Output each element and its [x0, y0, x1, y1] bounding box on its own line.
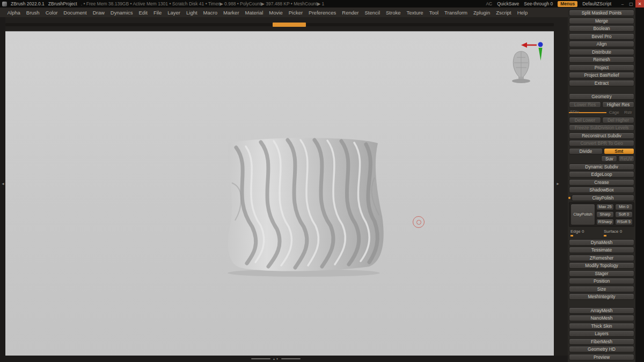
section-dynamesh[interactable]: DynaMesh — [569, 239, 634, 246]
default-zscript-button[interactable]: DefaultZScript — [582, 1, 611, 6]
toggle-smt[interactable]: Smt — [604, 148, 634, 154]
section-preview[interactable]: Preview — [569, 354, 634, 360]
slider-surface-thumb[interactable] — [604, 235, 606, 237]
menu-item-material[interactable]: Material — [242, 9, 266, 17]
project-name[interactable]: ZBrushProject — [48, 1, 77, 6]
bottom-scrollbar[interactable]: ▲▼ — [251, 357, 301, 360]
section-size[interactable]: Size — [569, 286, 634, 292]
document-canvas[interactable] — [5, 31, 554, 356]
menu-item-stroke[interactable]: Stroke — [383, 9, 404, 17]
button-del-lower[interactable]: Del Lower — [569, 117, 601, 123]
button-reconstruct-subdiv[interactable]: Reconstruct Subdiv — [569, 132, 634, 139]
menu-item-marker[interactable]: Marker — [221, 9, 243, 17]
slider-claypolish-min[interactable]: Min 0 — [615, 204, 633, 210]
button-del-higher[interactable]: Del Higher — [602, 117, 634, 123]
canvas-horizontal-scrollbar[interactable] — [5, 23, 554, 26]
minimize-button[interactable]: – — [618, 0, 627, 8]
toggle-reuv[interactable]: ReUV — [618, 156, 634, 162]
menu-item-zscript[interactable]: Zscript — [493, 9, 515, 17]
section-position[interactable]: Position — [569, 278, 634, 284]
quicksave-button[interactable]: QuickSave — [497, 1, 519, 6]
see-through-slider[interactable]: See-through 0 — [524, 1, 553, 6]
button-distribute[interactable]: Distribute — [569, 49, 634, 55]
section-nanomesh[interactable]: NanoMesh — [569, 315, 634, 321]
geometry-section-header[interactable]: Geometry — [569, 93, 634, 100]
menu-item-macro[interactable]: Macro — [200, 9, 220, 17]
section-edgeloop[interactable]: EdgeLoop — [569, 171, 634, 178]
close-button[interactable]: ✕ — [635, 0, 644, 8]
menu-item-draw[interactable]: Draw — [90, 9, 107, 17]
axis-gizmo[interactable] — [521, 40, 545, 62]
scrollbar-line-right[interactable] — [281, 358, 301, 359]
canvas-horizontal-scrollbar-thumb[interactable] — [273, 23, 306, 27]
section-tessimate[interactable]: Tessimate — [569, 247, 634, 253]
slider-claypolish-max[interactable]: Max 25 — [596, 204, 614, 210]
section-crease[interactable]: Crease — [569, 179, 634, 186]
menu-item-zplugin[interactable]: Zplugin — [471, 9, 493, 17]
button-divide[interactable]: Divide — [569, 148, 603, 154]
section-stager[interactable]: Stager — [569, 270, 634, 277]
menus-button[interactable]: Menus — [558, 1, 577, 7]
left-tray-handle-icon[interactable]: ◄ — [1, 182, 5, 186]
right-tray-handle-icon[interactable]: ► — [556, 182, 560, 186]
menu-item-transform[interactable]: Transform — [442, 9, 471, 17]
sdiv-slider[interactable]: SDiv — [569, 109, 606, 115]
menu-item-movie[interactable]: Movie — [266, 9, 286, 17]
button-lower-res[interactable]: Lower Res — [569, 101, 601, 108]
section-zremesher[interactable]: ZRemesher — [569, 255, 634, 261]
toggle-claypolish-sharp[interactable]: Sharp — [596, 211, 614, 218]
button-extract[interactable]: Extract — [569, 80, 634, 86]
menu-item-layer[interactable]: Layer — [165, 9, 184, 17]
slider-edge[interactable]: Edge 0 — [569, 228, 601, 238]
menu-item-alpha[interactable]: Alpha — [4, 9, 23, 17]
button-cage[interactable]: Cage — [608, 110, 620, 115]
slider-edge-thumb[interactable] — [570, 235, 573, 237]
menu-item-stencil[interactable]: Stencil — [362, 9, 383, 17]
section-layers[interactable]: Layers — [569, 330, 634, 337]
maximize-button[interactable]: ▢ — [627, 0, 635, 8]
button-higher-res[interactable]: Higher Res — [602, 101, 634, 108]
button-bevel-pro[interactable]: Bevel Pro — [569, 33, 634, 40]
button-convert-bpr-to-geo[interactable]: Convert BPR To Geo — [569, 140, 634, 146]
button-freeze-subdivision-levels[interactable]: Freeze SubDivision Levels — [569, 124, 634, 131]
slider-claypolish-rsoft[interactable]: RSoft 5 — [615, 219, 633, 225]
button-boolean[interactable]: Boolean — [569, 25, 634, 32]
button-remesh[interactable]: Remesh — [569, 56, 634, 63]
menu-item-help[interactable]: Help — [514, 9, 531, 17]
menu-item-dynamics[interactable]: Dynamics — [107, 9, 136, 17]
section-fibermesh[interactable]: FiberMesh — [569, 338, 634, 345]
menu-item-picker[interactable]: Picker — [286, 9, 305, 17]
button-merge[interactable]: Merge — [569, 18, 634, 24]
button-project-basrelief[interactable]: Project BasRelief — [569, 72, 634, 78]
section-claypolish[interactable]: ClayPolish — [572, 195, 634, 201]
button-claypolish[interactable]: ClayPolish — [570, 204, 595, 225]
menu-item-tool[interactable]: Tool — [426, 9, 441, 17]
section-shadowbox[interactable]: ShadowBox — [569, 187, 634, 193]
scroll-arrows-icon[interactable]: ▲▼ — [273, 357, 279, 360]
section-modify-topology[interactable]: Modify Topology — [569, 262, 634, 269]
menu-item-brush[interactable]: Brush — [23, 9, 42, 17]
section-dynamic-subdiv[interactable]: Dynamic Subdiv — [569, 164, 634, 170]
slider-surface[interactable]: Surface 0 — [602, 228, 634, 238]
menu-item-preferences[interactable]: Preferences — [306, 9, 339, 17]
menu-item-render[interactable]: Render — [339, 9, 362, 17]
menu-item-texture[interactable]: Texture — [404, 9, 426, 17]
toggle-claypolish-rsharp[interactable]: RSharp — [596, 219, 614, 225]
menu-item-document[interactable]: Document — [61, 9, 90, 17]
button-rstr[interactable]: Rstr — [622, 110, 634, 115]
section-geometry-hd[interactable]: Geometry HD — [569, 346, 634, 352]
menu-item-file[interactable]: File — [150, 9, 164, 17]
slider-claypolish-soft[interactable]: Soft 0 — [615, 211, 633, 218]
button-project[interactable]: Project — [569, 64, 634, 71]
menu-item-light[interactable]: Light — [183, 9, 200, 17]
sculpt-mesh[interactable] — [214, 135, 394, 278]
toggle-suv[interactable]: Suv — [601, 156, 617, 162]
menu-item-color[interactable]: Color — [42, 9, 61, 17]
scrollbar-line-left[interactable] — [251, 358, 270, 359]
section-meshintegrity[interactable]: MeshIntegrity — [569, 293, 634, 300]
button-align[interactable]: Align — [569, 41, 634, 47]
menu-item-edit[interactable]: Edit — [136, 9, 150, 17]
section-thick-skin[interactable]: Thick Skin — [569, 323, 634, 329]
section-arraymesh[interactable]: ArrayMesh — [569, 307, 634, 314]
button-split-masked-points[interactable]: Split Masked Points — [569, 10, 634, 16]
